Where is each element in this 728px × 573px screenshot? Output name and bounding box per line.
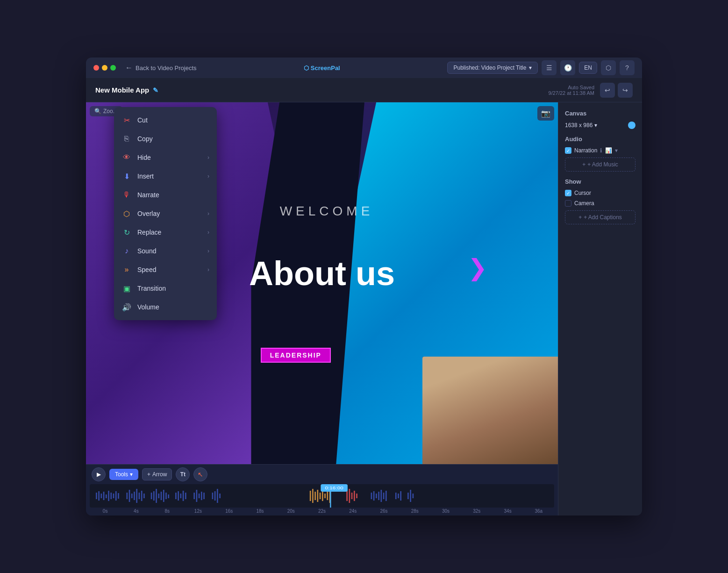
narration-checkbox[interactable]: ✓ — [565, 147, 571, 154]
svg-rect-1 — [98, 491, 100, 501]
svg-rect-45 — [322, 491, 323, 501]
svg-rect-18 — [151, 493, 152, 499]
svg-rect-5 — [108, 491, 109, 501]
show-section-title: Show — [565, 178, 635, 185]
cursor-tool-button[interactable]: ↖ — [193, 467, 207, 481]
camera-checkbox[interactable] — [565, 200, 571, 207]
editor-area: WELCOME About us LEADERSHIP ❯ 🔍 Zoo... — [86, 102, 558, 516]
eye-icon: 👁 — [121, 152, 132, 163]
edit-icon[interactable]: ✎ — [153, 86, 158, 94]
menu-item-hide[interactable]: 👁 Hide › — [114, 148, 217, 167]
svg-rect-43 — [317, 490, 319, 502]
menu-item-copy[interactable]: ⎘ Copy — [114, 129, 217, 148]
svg-rect-49 — [346, 491, 348, 501]
svg-text:0:16:00: 0:16:00 — [325, 486, 343, 490]
hide-arrow-icon: › — [207, 154, 209, 161]
back-button[interactable]: ← Back to Video Projects — [125, 64, 197, 72]
traffic-lights — [93, 65, 116, 71]
help-button[interactable]: ? — [620, 60, 635, 75]
arrow-plus-icon: + — [147, 471, 150, 478]
svg-rect-26 — [175, 493, 177, 499]
play-button[interactable]: ▶ — [92, 467, 106, 481]
canvas-dropdown-icon[interactable]: ▾ — [594, 122, 597, 129]
canvas-toggle[interactable] — [628, 122, 635, 129]
svg-rect-20 — [156, 489, 157, 503]
overlay-label: Overlay — [137, 210, 202, 217]
svg-rect-28 — [180, 494, 182, 498]
svg-rect-40 — [310, 491, 311, 501]
svg-rect-6 — [110, 493, 112, 499]
menu-item-volume[interactable]: 🔊 Volume — [114, 298, 217, 316]
ruler-28s: 28s — [400, 509, 430, 514]
transition-label: Transition — [137, 285, 209, 292]
menu-item-insert[interactable]: ⬇ Insert › — [114, 167, 217, 186]
ruler-34s: 34s — [492, 509, 523, 514]
svg-rect-57 — [378, 492, 379, 500]
menu-item-cut[interactable]: ✂ Cut — [114, 111, 217, 129]
svg-rect-31 — [193, 493, 195, 499]
ruler-22s: 22s — [307, 509, 337, 514]
svg-rect-21 — [158, 494, 159, 498]
cursor-row: ✓ Cursor — [565, 190, 635, 196]
canvas-info: 1638 x 986 ▾ — [565, 122, 635, 129]
menu-item-overlay[interactable]: ⬡ Overlay › — [114, 204, 217, 223]
svg-rect-23 — [163, 490, 164, 502]
minimize-button[interactable] — [102, 65, 107, 71]
svg-rect-16 — [141, 491, 143, 501]
timeline-area: ▶ Tools ▾ + Arrow Tt ↖ — [86, 464, 558, 516]
menu-item-speed[interactable]: » Speed › — [114, 260, 217, 279]
speed-label: Speed — [137, 266, 202, 273]
narration-info-icon[interactable]: ℹ — [600, 147, 602, 154]
ruler-36a: 36a — [523, 509, 554, 514]
history-button[interactable]: ☰ — [542, 60, 557, 75]
text-tool-button[interactable]: Tt — [176, 467, 190, 481]
add-captions-button[interactable]: + + Add Captions — [565, 210, 635, 224]
right-panel: Canvas 1638 x 986 ▾ Audio ✓ Narration ℹ … — [558, 102, 642, 516]
published-button[interactable]: Published: Video Project Title ▾ — [447, 62, 538, 74]
title-right-controls: Published: Video Project Title ▾ ☰ 🕐 EN … — [447, 60, 635, 75]
close-button[interactable] — [93, 65, 99, 71]
published-label: Published: Video Project Title — [453, 64, 526, 71]
menu-item-sound[interactable]: ♪ Sound › — [114, 242, 217, 260]
narration-chart-icon[interactable]: 📊 — [605, 147, 612, 154]
auto-saved-line1: Auto Saved — [549, 85, 594, 90]
cursor-checkbox[interactable]: ✓ — [565, 190, 571, 196]
microphone-icon: 🎙 — [121, 190, 132, 200]
svg-rect-30 — [185, 493, 186, 499]
layers-button[interactable]: ⬡ — [601, 60, 616, 75]
ruler-26s: 26s — [368, 509, 399, 514]
leadership-badge: LEADERSHIP — [261, 348, 331, 363]
camera-label: Camera — [574, 200, 594, 207]
menu-item-replace[interactable]: ↻ Replace › — [114, 223, 217, 242]
subtitle-bar: New Mobile App ✎ Auto Saved 9/27/22 at 1… — [86, 78, 642, 102]
timeline-track[interactable]: 0:16:00 — [90, 484, 554, 508]
waveform-svg: 0:16:00 — [90, 484, 554, 508]
maximize-button[interactable] — [110, 65, 116, 71]
ruler-8s: 8s — [152, 509, 183, 514]
insert-icon: ⬇ — [121, 171, 132, 181]
narration-dropdown-icon[interactable]: ▾ — [615, 147, 618, 154]
svg-rect-19 — [153, 491, 155, 501]
add-music-button[interactable]: + + Add Music — [565, 158, 635, 172]
ruler-16s: 16s — [214, 509, 244, 514]
chevron-right-icon: ❯ — [468, 254, 487, 281]
camera-row: Camera — [565, 200, 635, 207]
menu-item-narrate[interactable]: 🎙 Narrate — [114, 186, 217, 204]
svg-rect-14 — [136, 489, 137, 503]
overlay-icon: ⬡ — [121, 208, 132, 219]
undo-button[interactable]: ↩ — [600, 83, 615, 98]
svg-rect-50 — [349, 489, 350, 503]
svg-rect-3 — [103, 492, 105, 500]
project-title: New Mobile App — [95, 86, 149, 94]
menu-item-transition[interactable]: ▣ Transition — [114, 279, 217, 298]
volume-label: Volume — [137, 303, 209, 311]
tools-button[interactable]: Tools ▾ — [109, 469, 138, 480]
redo-button[interactable]: ↪ — [618, 83, 633, 98]
screenshot-button[interactable]: 📷 — [537, 106, 554, 121]
timeline-ruler: 0s 4s 8s 12s 16s 18s 20s 22s 24s 26s 28s… — [86, 508, 558, 516]
arrow-button[interactable]: + Arrow — [142, 468, 172, 480]
clock-button[interactable]: 🕐 — [560, 60, 575, 75]
svg-rect-25 — [168, 494, 169, 498]
language-button[interactable]: EN — [579, 62, 597, 74]
svg-rect-38 — [217, 489, 218, 503]
